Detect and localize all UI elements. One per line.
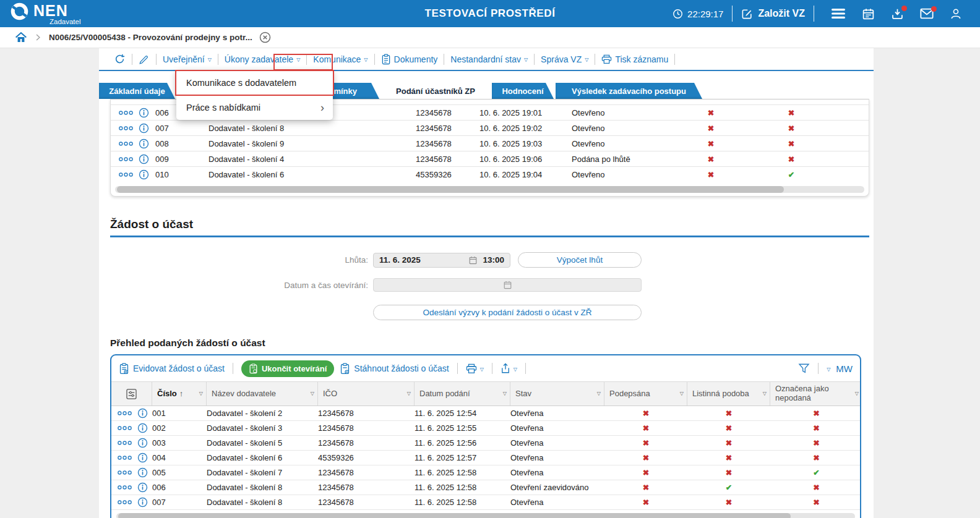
row-actions-icon[interactable]: [117, 455, 132, 461]
close-record-icon[interactable]: [259, 32, 271, 43]
column-header-2[interactable]: Název dodavatele▽: [207, 382, 318, 405]
column-header-1[interactable]: Číslo↑▽: [152, 382, 207, 405]
divider: [444, 54, 444, 65]
calc-deadlines-button[interactable]: Výpočet lhůt: [518, 252, 642, 268]
column-filter-icon[interactable]: ▽: [311, 391, 314, 396]
column-header-6[interactable]: Podepsána▽: [604, 382, 687, 405]
menu-komunikace[interactable]: Komunikace▽: [313, 54, 368, 64]
row-info-icon[interactable]: [137, 497, 148, 507]
row-info-icon[interactable]: [139, 108, 149, 118]
download-applications-button[interactable]: Stáhnout žádosti o účast: [340, 363, 449, 375]
user-profile-icon[interactable]: [950, 7, 962, 20]
row-info-icon[interactable]: [137, 482, 148, 493]
row-actions-icon[interactable]: [117, 470, 132, 475]
menu-hamburger-icon[interactable]: [831, 8, 846, 19]
menu-dokumenty[interactable]: Dokumenty: [381, 54, 438, 65]
refresh-icon[interactable]: [114, 53, 126, 65]
menu-sprava-vz[interactable]: Správa VZ▽: [541, 54, 588, 64]
menu-tisk-zaznamu[interactable]: Tisk záznamu: [601, 54, 668, 64]
row-actions-icon[interactable]: [117, 485, 132, 490]
column-header-5[interactable]: Stav▽: [510, 382, 604, 405]
export-dropdown[interactable]: ▽: [501, 363, 517, 374]
column-filter-icon[interactable]: ▽: [763, 391, 767, 396]
filter-preset-arrow-icon[interactable]: ▽: [827, 367, 830, 372]
menu-item-prace-s-nabidkami[interactable]: Práce s nabídkami ›: [176, 95, 333, 120]
column-header-8[interactable]: Označena jako nepodaná▽: [770, 382, 861, 405]
row-actions-icon[interactable]: [117, 425, 132, 431]
scrollbar-thumb[interactable]: [117, 186, 784, 193]
row-info-icon[interactable]: [139, 100, 149, 100]
downloads-icon[interactable]: [891, 7, 904, 20]
table-row[interactable]: 001Dodavatel - školení 21234567811. 6. 2…: [111, 406, 860, 421]
column-settings-button[interactable]: [111, 382, 152, 405]
table-row[interactable]: 003Dodavatel - školení 51234567811. 6. 2…: [111, 436, 860, 451]
menu-uverejneni[interactable]: Uveřejnění▽: [163, 54, 212, 64]
column-filter-icon[interactable]: ▽: [680, 391, 684, 396]
column-filter-icon[interactable]: ▽: [855, 391, 859, 396]
nen-logo[interactable]: NEN Zadavatel: [10, 2, 68, 26]
table-row[interactable]: 007Dodavatel - školení 81234567811. 6. 2…: [111, 495, 860, 510]
tab-podani-ucastniku-zp[interactable]: Podání účastníků ZP: [381, 83, 490, 99]
column-filter-icon[interactable]: ▽: [407, 391, 411, 396]
calendar-small-icon[interactable]: [469, 256, 477, 265]
send-invitation-button[interactable]: Odeslání výzvy k podání žádosti o účast …: [373, 305, 642, 320]
finish-opening-button[interactable]: Ukončit otevírání: [241, 360, 334, 377]
menu-item-komunikace-s-dodavatelem[interactable]: Komunikace s dodavatelem: [176, 70, 333, 95]
table-row[interactable]: 008Dodavatel - školení 91234567810. 6. 2…: [111, 135, 869, 151]
table-row[interactable]: 002Dodavatel - školení 31234567811. 6. 2…: [111, 421, 860, 436]
tab-zakladni-udaje[interactable]: Základní údaje: [99, 83, 175, 99]
column-header-3[interactable]: IČO▽: [318, 382, 415, 405]
menu-ukony-zadavatele[interactable]: Úkony zadavatele▽: [225, 54, 300, 64]
horizontal-scrollbar[interactable]: [116, 513, 855, 518]
table-row[interactable]: 006Dodavatel - školení 81234567811. 6. 2…: [111, 480, 860, 495]
column-filter-icon[interactable]: ▽: [597, 391, 601, 396]
column-header-4[interactable]: Datum podání▽: [415, 382, 510, 405]
home-icon[interactable]: [15, 32, 27, 43]
row-info-icon[interactable]: [139, 138, 149, 149]
column-filter-icon[interactable]: ▽: [199, 391, 203, 396]
table-row[interactable]: 007Dodavatel - školení 81234567810. 6. 2…: [111, 120, 869, 135]
row-actions-icon[interactable]: [118, 172, 134, 177]
row-info-icon[interactable]: [139, 123, 149, 134]
row-actions-icon[interactable]: [118, 110, 134, 116]
print-dropdown[interactable]: ▽: [466, 363, 484, 374]
row-info-icon[interactable]: [137, 408, 148, 418]
column-header-7[interactable]: Listinná podoba▽: [687, 382, 770, 405]
calendar-icon[interactable]: [862, 7, 875, 20]
row-info-icon[interactable]: [139, 169, 149, 180]
row-actions-icon[interactable]: [117, 499, 132, 505]
edit-pencil-icon[interactable]: [139, 54, 150, 65]
row-info-icon[interactable]: [137, 452, 148, 463]
row-actions-icon[interactable]: [118, 125, 134, 131]
table-row[interactable]: 004Dodavatel - školení 64535932611. 6. 2…: [111, 451, 860, 465]
row-info-icon[interactable]: [137, 423, 148, 433]
deadline-input[interactable]: 11. 6. 2025 13:00: [373, 253, 510, 268]
menu-nestandardni-stav[interactable]: Nestandardní stav▽: [450, 54, 528, 64]
column-header-label: Datum podání: [419, 389, 470, 399]
sort-ascending-icon[interactable]: ↑: [179, 389, 184, 399]
tab-vysledek-zadavaciho-postupu[interactable]: Výsledek zadávacího postupu: [556, 83, 702, 99]
tab-hodnoceni[interactable]: Hodnocení: [492, 83, 554, 99]
filter-funnel-icon[interactable]: [798, 363, 810, 374]
messages-icon[interactable]: [920, 8, 934, 19]
column-filter-icon[interactable]: ▽: [503, 391, 507, 396]
row-actions-icon[interactable]: [118, 141, 134, 146]
row-actions-icon[interactable]: [117, 410, 132, 416]
create-vz-button[interactable]: Založit VZ: [741, 8, 805, 20]
breadcrumb-record-title[interactable]: N006/25/V00005438 - Provozování prodejny…: [49, 33, 252, 42]
row-actions-icon[interactable]: [118, 156, 134, 162]
register-application-button[interactable]: Evidovat žádost o účast: [119, 363, 225, 375]
row-info-icon[interactable]: [137, 438, 148, 448]
table-row[interactable]: 005Dodavatel - školení 71234567811. 6. 2…: [111, 465, 860, 480]
row-info-icon[interactable]: [137, 467, 148, 478]
cross-mark: ✖: [671, 124, 751, 133]
scrollbar-thumb[interactable]: [118, 513, 791, 518]
table-row[interactable]: 010Dodavatel - školení 64535932610. 6. 2…: [111, 166, 869, 182]
row-actions-icon[interactable]: [117, 440, 132, 446]
horizontal-scrollbar[interactable]: [115, 186, 864, 193]
deadline-date-value[interactable]: 11. 6. 2025: [379, 255, 469, 265]
table-row[interactable]: 009Dodavatel - školení 41234567810. 6. 2…: [111, 151, 869, 166]
deadline-time-value[interactable]: 13:00: [483, 255, 504, 265]
filter-preset-label[interactable]: MW: [836, 363, 853, 374]
row-info-icon[interactable]: [139, 154, 149, 164]
